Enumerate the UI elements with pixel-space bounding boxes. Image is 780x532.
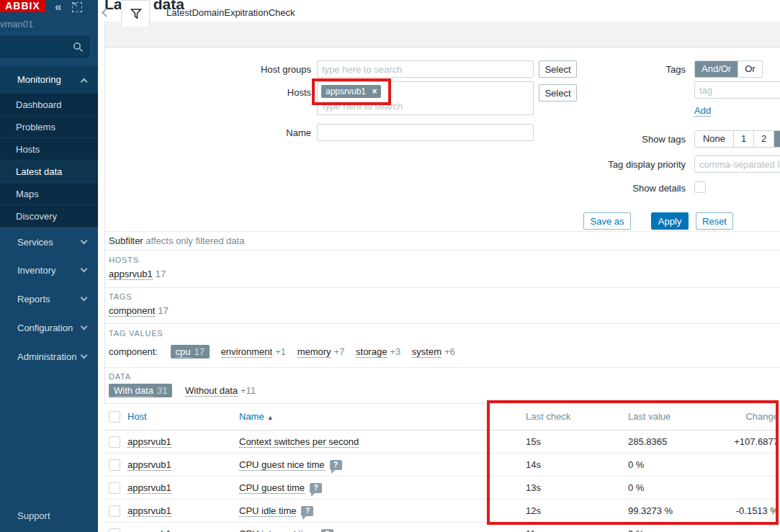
sidebar-item-latest-data[interactable]: Latest data [0,161,98,183]
filter-tab-active[interactable] [121,0,150,27]
subfilter-data-heading: DATA [109,372,131,381]
tag-input[interactable] [694,81,780,99]
sidebar-item-discovery[interactable]: Discovery [0,205,98,227]
chip-label: cpu [176,346,191,358]
save-as-button[interactable]: Save as [583,212,631,230]
last-check-value: 15s [526,430,541,454]
sidebar-section-monitoring[interactable]: Monitoring [0,66,98,94]
show-tags-1-option[interactable]: 1 [734,131,754,147]
sidebar-search-input[interactable] [2,37,71,56]
data-link-without-data[interactable]: Without data [185,385,238,397]
show-tags-none-option[interactable]: None [695,131,734,147]
chevron-down-icon [81,294,88,302]
subfilter-title: Subfilter [109,235,143,246]
expand-sidebar-icon[interactable] [72,2,82,12]
help-hint-icon[interactable]: ? [310,483,322,493]
table-header-row: Host Name▲ Last check Last value Change [104,403,780,430]
tags-andor-option[interactable]: And/Or [695,61,738,77]
subfilter-note: affects only filtered data [145,235,244,246]
show-tags-segmented: None 1 2 3 [694,130,780,148]
tags-or-option[interactable]: Or [738,61,761,77]
show-tags-3-option[interactable]: 3 [774,131,780,147]
sidebar-item-dashboard[interactable]: Dashboard [0,94,98,116]
show-tags-2-option[interactable]: 2 [754,131,774,147]
chip-remove-icon[interactable]: × [372,86,377,96]
tags-operator-segmented: And/Or Or [694,60,763,78]
row-checkbox[interactable] [109,436,120,448]
tag-add-link[interactable]: Add [694,105,711,117]
hosts-select-button[interactable]: Select [539,84,577,102]
help-hint-icon[interactable]: ? [321,529,333,532]
item-name-link[interactable]: Context switches per second [239,436,359,448]
server-name: vman01 [0,19,33,30]
item-name-link[interactable]: CPU guest nice time [239,459,325,471]
data-chip-with-data[interactable]: With data31 [109,384,172,397]
name-label: Name [203,127,311,138]
show-details-label: Show details [578,183,686,194]
item-name-link[interactable]: CPU interrupt time [239,528,316,532]
last-value: 0 % [628,454,644,477]
subfilter-tags-row: component17 [109,305,169,316]
sidebar-item-problems[interactable]: Problems [0,116,98,138]
name-input[interactable] [317,124,534,141]
sidebar-item-maps[interactable]: Maps [0,183,98,205]
sidebar-section-services[interactable]: Services [0,228,98,257]
zabbix-logo[interactable]: ABBIX [0,0,45,12]
host-chip[interactable]: appsrvub1 × [321,85,381,98]
tag-display-priority-input[interactable] [694,155,780,173]
divider [104,367,780,368]
host-link[interactable]: appsrvub1 [127,459,171,471]
host-groups-input[interactable] [317,60,534,78]
sidebar-support-link[interactable]: Support [17,510,50,521]
sidebar-section-inventory[interactable]: Inventory [0,256,98,285]
tag-value-link-environment[interactable]: environment [221,346,273,358]
sidebar-section-reports[interactable]: Reports [0,285,98,314]
sidebar-section-label: Monitoring [17,74,61,85]
subfilter-tag-link[interactable]: component [109,305,155,317]
row-checkbox[interactable] [109,528,120,532]
help-hint-icon[interactable]: ? [330,460,342,470]
divider [104,287,780,288]
apply-button[interactable]: Apply [651,212,689,230]
host-groups-select-button[interactable]: Select [539,60,577,78]
item-name-link[interactable]: CPU idle time [239,505,296,517]
item-name-link[interactable]: CPU guest time [239,482,305,494]
sidebar-section-administration[interactable]: Administration [0,343,98,371]
reset-button[interactable]: Reset [696,212,733,230]
show-details-checkbox[interactable] [694,181,706,193]
sidebar-section-label: Inventory [17,265,55,276]
row-checkbox[interactable] [109,459,120,471]
hosts-input-placeholder[interactable]: type here to search [323,101,403,112]
host-link[interactable]: appsrvub1 [127,436,171,448]
tag-value-chip-cpu[interactable]: cpu17 [171,345,210,359]
host-link[interactable]: appsrvub1 [127,482,171,494]
divider [104,250,780,251]
tag-value-link-system[interactable]: system [412,346,441,358]
sort-by-host[interactable]: Host [127,403,147,430]
host-groups-label: Host groups [203,64,311,75]
tag-value-link-storage[interactable]: storage [356,346,387,358]
hosts-multiselect[interactable]: appsrvub1 × type here to search [317,81,534,115]
last-check-value: 12s [526,500,541,523]
subfilter-host-link[interactable]: appsrvub1 [109,269,153,280]
sidebar-section-configuration[interactable]: Configuration [0,314,98,343]
subfilter-hosts-row: appsrvub117 [109,269,166,279]
host-link[interactable]: appsrvub1 [127,505,171,517]
subfilter-tag-values-heading: TAG VALUES [109,329,163,338]
row-checkbox[interactable] [109,482,120,494]
table-row: appsrvub1 Context switches per second 15… [104,430,780,454]
sidebar-item-hosts[interactable]: Hosts [0,138,98,161]
host-link[interactable]: appsrvub1 [127,528,171,532]
help-hint-icon[interactable]: ? [301,506,313,516]
sort-by-name[interactable]: Name [239,411,264,422]
select-all-checkbox[interactable] [109,411,120,423]
tag-value-link-memory[interactable]: memory [297,346,331,358]
collapse-sidebar-icon[interactable]: « [55,0,61,14]
last-value: 0 % [628,523,644,532]
sidebar-search[interactable] [0,36,89,58]
last-value: 0 % [628,477,644,500]
last-check-value: 14s [526,454,541,477]
chip-count: 31 [157,385,167,396]
row-checkbox[interactable] [109,505,120,517]
filter-tab-saved[interactable]: LatestDomainExpitrationCheck [166,0,295,26]
